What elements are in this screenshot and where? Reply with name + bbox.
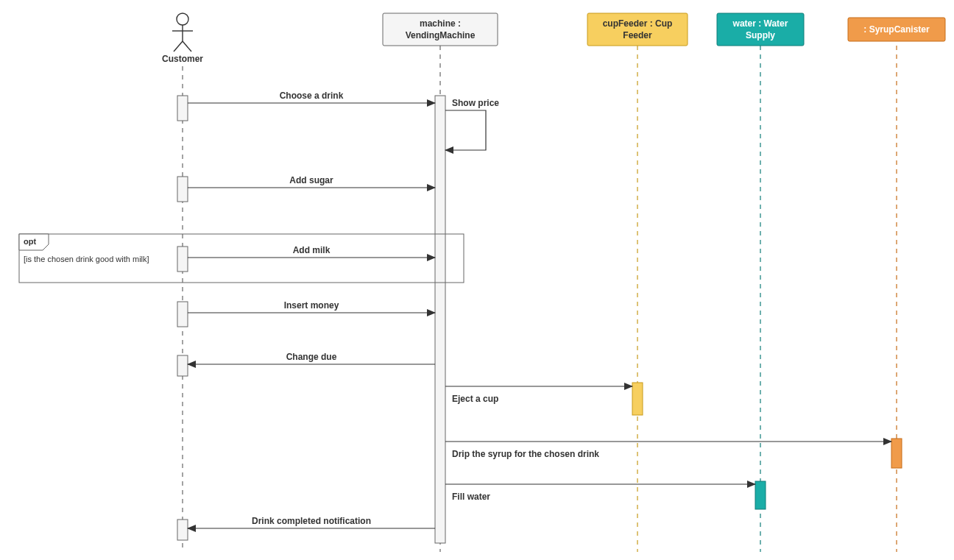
msg-drink-complete-label: Drink completed notification <box>252 516 371 526</box>
svg-text:: SyrupCanister: : SyrupCanister <box>863 24 930 35</box>
actor-customer: Customer <box>162 13 203 64</box>
activation-syrup <box>891 439 902 468</box>
activation-customer-5 <box>177 355 188 376</box>
activation-customer-3 <box>177 247 188 272</box>
lifeline-syrup-head: : SyrupCanister <box>848 18 945 41</box>
fragment-opt: opt [is the chosen drink good with milk] <box>19 234 464 283</box>
activation-customer-2 <box>177 177 188 202</box>
lifeline-water-head: water : Water Supply <box>717 13 804 46</box>
svg-text:machine :: machine : <box>420 18 461 29</box>
msg-add-sugar-label: Add sugar <box>289 175 333 185</box>
msg-eject-cup-label: Eject a cup <box>452 394 498 404</box>
activation-customer-6 <box>177 520 188 540</box>
lifeline-machine-head: machine : VendingMachine <box>383 13 498 46</box>
msg-show-price <box>445 110 486 150</box>
svg-text:cupFeeder : Cup: cupFeeder : Cup <box>603 18 673 29</box>
svg-text:opt: opt <box>24 237 36 246</box>
msg-fill-water-label: Fill water <box>452 492 490 502</box>
msg-insert-money-label: Insert money <box>284 300 339 311</box>
activation-machine <box>435 96 445 543</box>
svg-text:Feeder: Feeder <box>623 30 652 40</box>
svg-point-0 <box>177 13 188 25</box>
svg-line-3 <box>174 41 183 52</box>
msg-change-due-label: Change due <box>286 352 337 362</box>
svg-text:Supply: Supply <box>746 30 775 40</box>
msg-choose-drink-label: Choose a drink <box>280 91 344 101</box>
activation-customer-1 <box>177 96 188 121</box>
svg-text:water : Water: water : Water <box>732 18 788 29</box>
svg-text:VendingMachine: VendingMachine <box>406 30 476 40</box>
activation-water <box>755 481 766 509</box>
svg-line-4 <box>183 41 191 52</box>
msg-drip-syrup-label: Drip the syrup for the chosen drink <box>452 449 599 459</box>
msg-add-milk-label: Add milk <box>293 245 331 255</box>
sequence-diagram: Customer machine : VendingMachine cupFee… <box>0 0 954 560</box>
activation-cupfeeder <box>632 383 643 415</box>
actor-customer-label: Customer <box>162 54 203 64</box>
lifeline-cupfeeder-head: cupFeeder : Cup Feeder <box>587 13 688 46</box>
msg-show-price-label: Show price <box>452 98 499 108</box>
activation-customer-4 <box>177 302 188 327</box>
svg-text:[is the chosen drink good with: [is the chosen drink good with milk] <box>24 255 149 263</box>
